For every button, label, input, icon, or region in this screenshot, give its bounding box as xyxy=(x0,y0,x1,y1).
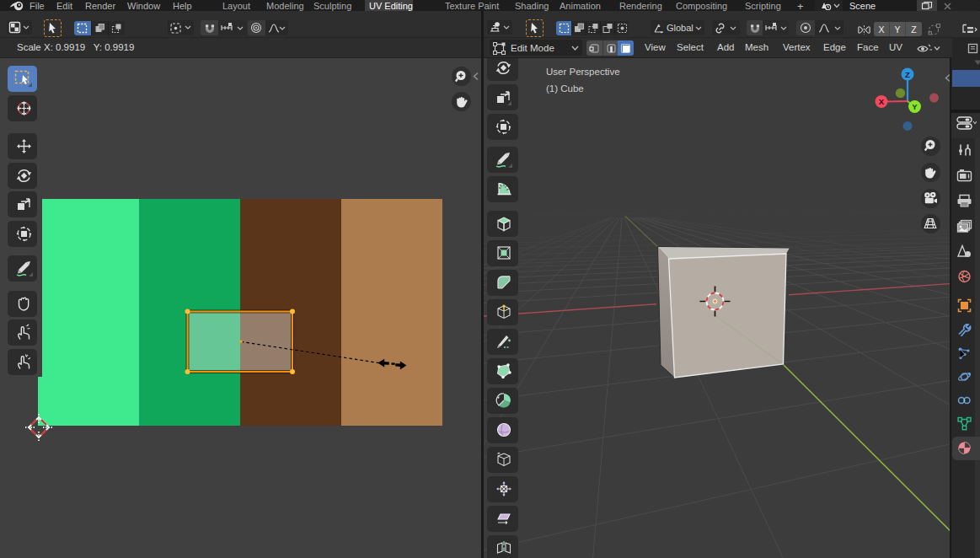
svg-text:X: X xyxy=(879,97,885,106)
svg-text:Y: Y xyxy=(912,102,918,111)
svg-text:Z: Z xyxy=(905,70,910,79)
